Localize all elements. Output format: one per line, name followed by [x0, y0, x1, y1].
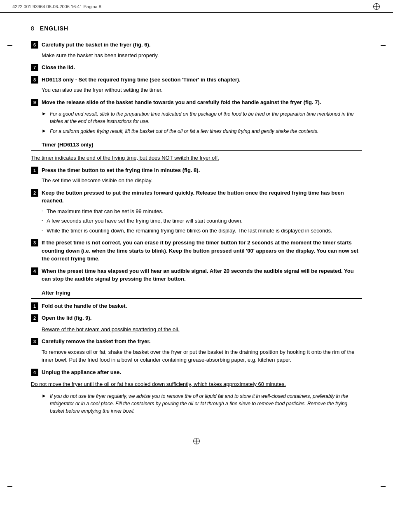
- dash-3-text: While the timer is counting down, the re…: [47, 227, 332, 235]
- timer-dash-1: - The maximum time that can be set is 99…: [42, 207, 362, 216]
- after-step-2-text: Open the lid (fig. 9).: [42, 314, 91, 322]
- dash-symbol-3: -: [42, 227, 43, 235]
- timer-step-4-text: When the preset time has elapsed you wil…: [42, 267, 362, 283]
- bullet-2: ► For a uniform golden frying result, li…: [42, 128, 362, 135]
- timer-step-2-text: Keep the button pressed to put the minut…: [42, 189, 362, 205]
- main-content: 8 ENGLISH 6 Carefully put the basket in …: [0, 13, 393, 434]
- bullet-arrow-1: ►: [42, 111, 47, 116]
- step-6-bold: Carefully put the basket in the fryer (f…: [42, 42, 150, 48]
- timer-step-1-number: 1: [31, 167, 38, 174]
- after-frying-rule: [31, 298, 362, 299]
- step-7: 7 Close the lid.: [31, 63, 362, 72]
- step-7-text: Close the lid.: [42, 63, 75, 72]
- after-step-3-text: Carefully remove the basket from the fry…: [42, 337, 150, 346]
- header-text: 4222 001 93964 06-06-2006 16:41 Pagina 8: [12, 4, 372, 9]
- timer-step-1-bold: Press the timer button to set the frying…: [42, 167, 200, 173]
- step-7-bold: Close the lid.: [42, 64, 75, 70]
- after-step-1-bold: Fold out the handle of the basket.: [42, 303, 127, 309]
- timer-step-4-bold: When the preset time has elapsed you wil…: [42, 268, 354, 282]
- timer-step-2-bold: Keep the button pressed to put the minut…: [42, 190, 344, 204]
- after-step-4-text: Unplug the appliance after use.: [42, 368, 121, 376]
- timer-step-2: 2 Keep the button pressed to put the min…: [31, 189, 362, 205]
- page-number: 8: [31, 25, 34, 32]
- after-step-2-bold: Open the lid (fig. 9).: [42, 315, 91, 321]
- footer-crosshair: [0, 434, 393, 453]
- step-8-text: HD6113 only - Set the required frying ti…: [42, 76, 241, 84]
- step-9-bold: Move the release slide of the basket han…: [42, 99, 321, 105]
- after-step-2: 2 Open the lid (fig. 9).: [31, 314, 362, 322]
- step-8-bold: HD6113 only - Set the required frying ti…: [42, 77, 241, 83]
- bullet-arrow-2: ►: [42, 128, 47, 134]
- after-step-3: 3 Carefully remove the basket from the f…: [31, 337, 362, 346]
- step-9: 9 Move the release slide of the basket h…: [31, 98, 362, 107]
- step-8-sub: You can also use the fryer without setti…: [42, 86, 362, 94]
- after-step-3-number: 3: [31, 338, 38, 345]
- side-mark-left: [7, 45, 12, 46]
- timer-step-4: 4 When the preset time has elapsed you w…: [31, 267, 362, 283]
- step-6-text: Carefully put the basket in the fryer (f…: [42, 41, 150, 49]
- bullet-1: ► For a good end result, stick to the pr…: [42, 110, 362, 125]
- timer-step-4-number: 4: [31, 267, 38, 275]
- dash-symbol-1: -: [42, 207, 43, 216]
- after-step-3-sub: To remove excess oil or fat, shake the b…: [42, 348, 362, 364]
- timer-step-3-text: If the preset time is not correct, you c…: [42, 239, 362, 263]
- cooling-warning-text: Do not move the fryer until the oil or f…: [31, 381, 286, 387]
- after-step-1-number: 1: [31, 302, 38, 310]
- timer-dash-2: - A few seconds after you have set the f…: [42, 217, 362, 225]
- after-step-2-number: 2: [31, 314, 38, 322]
- step-7-number: 7: [31, 64, 38, 71]
- bullet-1-text: For a good end result, stick to the prep…: [50, 110, 362, 125]
- page-header: 4222 001 93964 06-06-2006 16:41 Pagina 8: [0, 0, 393, 13]
- step-9-text: Move the release slide of the basket han…: [42, 98, 321, 107]
- timer-section-heading: Timer (HD6113 only): [42, 142, 362, 148]
- timer-underline-statement: The timer indicates the end of the fryin…: [31, 154, 362, 162]
- side-mark-left-bottom: [7, 486, 12, 487]
- step-9-number: 9: [31, 99, 38, 106]
- timer-step-3-number: 3: [31, 239, 38, 246]
- timer-section-rule: [31, 150, 362, 151]
- final-bullet-text: If you do not use the fryer regularly, w…: [50, 393, 362, 415]
- step-6-number: 6: [31, 41, 38, 49]
- timer-step-1: 1 Press the timer button to set the fryi…: [31, 166, 362, 174]
- footer-crosshair-icon: [193, 438, 200, 444]
- side-mark-right-bottom: [381, 486, 386, 487]
- step-6: 6 Carefully put the basket in the fryer …: [31, 41, 362, 49]
- final-bullet-arrow: ►: [42, 393, 47, 399]
- step-8: 8 HD6113 only - Set the required frying …: [31, 76, 362, 84]
- page-language: ENGLISH: [40, 25, 68, 32]
- dash-symbol-2: -: [42, 217, 43, 225]
- page-title-row: 8 ENGLISH: [31, 25, 362, 32]
- timer-statement-text: The timer indicates the end of the fryin…: [31, 155, 219, 161]
- after-step-1: 1 Fold out the handle of the basket.: [31, 302, 362, 310]
- after-step-4: 4 Unplug the appliance after use.: [31, 368, 362, 376]
- after-step-4-bold: Unplug the appliance after use.: [42, 369, 121, 375]
- after-step-1-text: Fold out the handle of the basket.: [42, 302, 127, 310]
- header-crosshair-icon: [372, 2, 381, 11]
- timer-dash-3: - While the timer is counting down, the …: [42, 227, 362, 235]
- timer-step-2-number: 2: [31, 189, 38, 197]
- dash-2-text: A few seconds after you have set the fry…: [47, 217, 242, 225]
- side-mark-right: [381, 45, 386, 46]
- timer-step-3-bold: If the preset time is not correct, you c…: [42, 239, 358, 262]
- after-step-3-bold: Carefully remove the basket from the fry…: [42, 338, 150, 344]
- timer-step-1-sub: The set time will become visible on the …: [42, 177, 362, 185]
- after-frying-heading: After frying: [42, 290, 362, 296]
- timer-step-3: 3 If the preset time is not correct, you…: [31, 239, 362, 263]
- after-step-4-number: 4: [31, 369, 38, 376]
- timer-step-1-text: Press the timer button to set the frying…: [42, 166, 200, 174]
- dash-1-text: The maximum time that can be set is 99 m…: [47, 207, 163, 216]
- after-step-2-warning: Beware of the hot steam and possible spa…: [42, 325, 362, 334]
- step-6-sub: Make sure the basket has been inserted p…: [42, 51, 362, 60]
- step-8-number: 8: [31, 76, 38, 84]
- final-bullet: ► If you do not use the fryer regularly,…: [42, 393, 362, 415]
- page: 4222 001 93964 06-06-2006 16:41 Pagina 8…: [0, 0, 393, 532]
- cooling-warning: Do not move the fryer until the oil or f…: [31, 380, 362, 388]
- bullet-2-text: For a uniform golden frying result, lift…: [50, 128, 318, 135]
